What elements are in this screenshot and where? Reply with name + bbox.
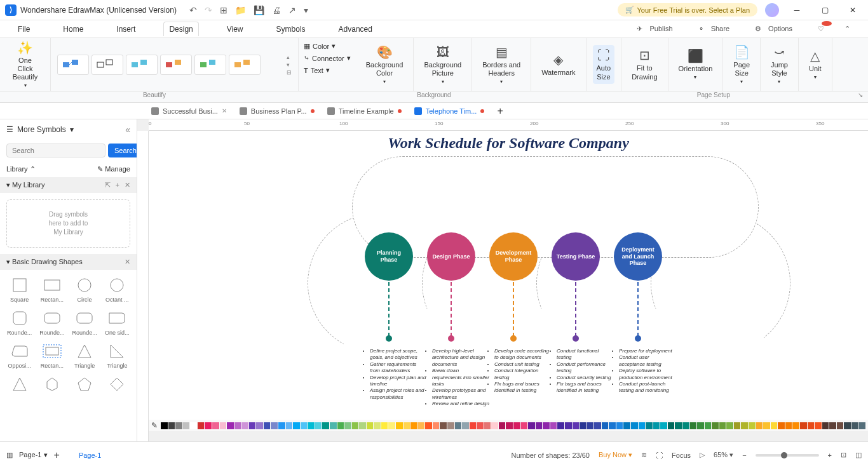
zoom-out-button[interactable]: − xyxy=(742,451,746,459)
one-click-beautify-button[interactable]: ✨ One Click Beautify ▾ xyxy=(6,37,44,91)
color-swatch[interactable] xyxy=(646,422,653,429)
new-icon[interactable]: ⊞ xyxy=(220,5,227,15)
color-swatch[interactable] xyxy=(660,422,667,429)
open-icon[interactable]: 📁 xyxy=(235,5,246,15)
fullscreen-icon[interactable]: ⛶ xyxy=(656,451,663,459)
undo-icon[interactable]: ↶ xyxy=(189,5,197,15)
phase-node[interactable]: PlanningPhase xyxy=(365,232,413,342)
color-swatch[interactable] xyxy=(425,422,432,429)
shape-rounded[interactable]: Rounde... xyxy=(4,307,35,338)
color-swatch[interactable] xyxy=(616,422,623,429)
color-swatch[interactable] xyxy=(573,422,580,429)
color-swatch[interactable] xyxy=(227,422,234,429)
color-swatch[interactable] xyxy=(374,422,381,429)
color-swatch[interactable] xyxy=(756,422,763,429)
color-swatch[interactable] xyxy=(477,422,484,429)
color-swatch[interactable] xyxy=(344,422,351,429)
color-swatch[interactable] xyxy=(381,422,388,429)
print-icon[interactable]: 🖨 xyxy=(272,5,281,15)
color-swatch[interactable] xyxy=(491,422,498,429)
color-swatch[interactable] xyxy=(330,422,337,429)
manage-button[interactable]: ✎ Manage xyxy=(97,165,130,173)
color-swatch[interactable] xyxy=(837,422,844,429)
page-selector[interactable]: Page-1 ▾ xyxy=(19,451,48,459)
shape-one-sided[interactable]: One sid... xyxy=(102,307,133,338)
color-swatch[interactable] xyxy=(433,422,440,429)
shape-rounded[interactable]: Rounde... xyxy=(36,307,67,338)
color-swatch[interactable] xyxy=(278,422,285,429)
color-swatch[interactable] xyxy=(403,422,410,429)
doc-tab[interactable]: Timeline Example xyxy=(321,103,408,119)
color-swatch[interactable] xyxy=(513,422,520,429)
shape-rectangle[interactable]: Rectan... xyxy=(36,274,67,305)
color-swatch[interactable] xyxy=(771,422,778,429)
doc-tab[interactable]: Business Plan P... xyxy=(233,103,321,119)
color-swatch[interactable] xyxy=(763,422,770,429)
publish-button[interactable]: ✈ Publish xyxy=(632,22,682,36)
color-swatch[interactable] xyxy=(175,422,182,429)
color-swatch[interactable] xyxy=(726,422,733,429)
theme-next-icon[interactable]: ▾ xyxy=(287,62,292,68)
color-swatch[interactable] xyxy=(858,422,865,429)
theme-prev-icon[interactable]: ▴ xyxy=(287,54,292,60)
doc-tab[interactable]: Telephone Tim... xyxy=(408,103,491,119)
collapse-ribbon-icon[interactable]: ⌃ xyxy=(839,22,855,36)
color-swatch[interactable] xyxy=(778,422,785,429)
background-color-button[interactable]: 🎨Background Color▾ xyxy=(362,42,407,88)
eyedropper-icon[interactable]: ✎ xyxy=(151,421,158,430)
jump-style-button[interactable]: ⤻Jump Style▾ xyxy=(767,42,792,88)
color-swatch[interactable] xyxy=(484,422,491,429)
shape-extra[interactable] xyxy=(4,373,35,396)
add-tab-button[interactable]: + xyxy=(491,105,509,117)
color-swatch[interactable] xyxy=(690,422,697,429)
color-swatch[interactable] xyxy=(749,422,756,429)
color-swatch[interactable] xyxy=(580,422,587,429)
close-tab-icon[interactable]: ✕ xyxy=(222,107,227,114)
shape-circle[interactable]: Circle xyxy=(69,274,100,305)
color-dropdown[interactable]: ▦ Color ▾ xyxy=(304,42,351,50)
color-swatch[interactable] xyxy=(410,422,417,429)
color-swatch[interactable] xyxy=(308,422,315,429)
color-swatch[interactable] xyxy=(315,422,322,429)
color-swatch[interactable] xyxy=(499,422,506,429)
shape-octant[interactable]: Octant ... xyxy=(102,274,133,305)
close-button[interactable]: ✕ xyxy=(843,3,863,18)
shape-rounded[interactable]: Rounde... xyxy=(69,307,100,338)
theme-swatch[interactable] xyxy=(229,55,261,75)
color-swatch[interactable] xyxy=(631,422,638,429)
color-swatch[interactable] xyxy=(322,422,329,429)
more-icon[interactable]: ▾ xyxy=(304,5,308,15)
presentation-icon[interactable]: ▷ xyxy=(700,451,705,459)
color-swatch[interactable] xyxy=(565,422,572,429)
theme-swatch[interactable] xyxy=(194,55,226,75)
share-button[interactable]: ⚬ Share xyxy=(693,22,740,36)
phase-node[interactable]: Design Phase xyxy=(427,232,475,342)
options-button[interactable]: ⚙ Options xyxy=(750,22,803,36)
shape-square[interactable]: Square xyxy=(4,274,35,305)
fit-page-icon[interactable]: ⊡ xyxy=(841,451,846,459)
connector-dropdown[interactable]: ⤷ Connector ▾ xyxy=(304,54,351,62)
menu-file[interactable]: File xyxy=(13,22,35,36)
color-swatch[interactable] xyxy=(234,422,241,429)
shape-extra[interactable] xyxy=(69,373,100,396)
menu-symbols[interactable]: Symbols xyxy=(271,22,311,36)
zoom-slider[interactable] xyxy=(756,454,819,457)
color-swatch[interactable] xyxy=(440,422,447,429)
color-swatch[interactable] xyxy=(697,422,704,429)
unit-button[interactable]: △Unit▾ xyxy=(805,46,825,83)
shape-extra[interactable] xyxy=(102,373,133,396)
export-icon[interactable]: ↗ xyxy=(288,5,296,15)
menu-design[interactable]: Design xyxy=(163,22,198,36)
zoom-in-button[interactable]: + xyxy=(828,451,832,459)
color-swatch[interactable] xyxy=(264,422,271,429)
orientation-button[interactable]: ⬛Orientation▾ xyxy=(675,46,717,83)
color-swatch[interactable] xyxy=(359,422,366,429)
color-swatch[interactable] xyxy=(851,422,858,429)
color-swatch[interactable] xyxy=(602,422,609,429)
color-swatch[interactable] xyxy=(844,422,851,429)
close-section-icon[interactable]: ✕ xyxy=(125,181,130,189)
color-swatch[interactable] xyxy=(675,422,682,429)
user-avatar[interactable] xyxy=(765,3,779,17)
color-swatch[interactable] xyxy=(587,422,594,429)
menu-advanced[interactable]: Advanced xyxy=(334,22,377,36)
